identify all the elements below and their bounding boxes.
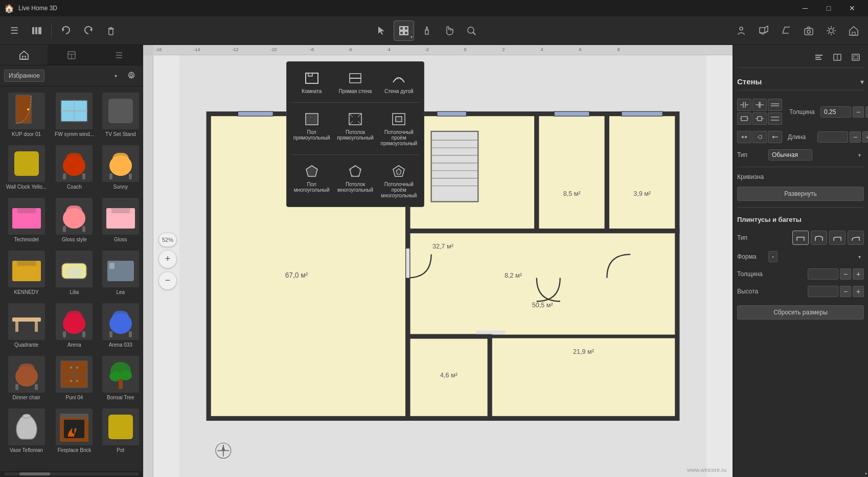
right-align-btn-1[interactable] (811, 49, 827, 65)
item-label: Puni 04 (65, 395, 83, 400)
draw-button[interactable] (776, 20, 796, 41)
sun-button[interactable] (821, 20, 841, 41)
align-btn-tc[interactable] (752, 99, 767, 111)
poly-floor-icon (304, 163, 320, 179)
item-quadrante[interactable]: Quadrante (4, 301, 49, 350)
zoom-in-button[interactable]: + (158, 250, 177, 268)
length-input[interactable] (817, 131, 848, 143)
menu-button[interactable]: ☰ (4, 20, 25, 41)
person-view-button[interactable] (731, 20, 751, 41)
item-fireplace-brick[interactable]: Fireplace Brick (53, 406, 96, 455)
baseboard-thickness-plus[interactable]: + (853, 268, 864, 280)
align-btn-br[interactable] (768, 112, 782, 125)
item-wall-clock-yello...[interactable]: Wall Clock Yello... (4, 143, 49, 192)
canvas-area[interactable]: -16-14-12-10-8-6-4-202468 (143, 45, 733, 477)
svg-line-24 (833, 27, 834, 28)
plinth-type-2[interactable] (811, 231, 827, 245)
zoom-out-button[interactable]: − (158, 271, 177, 290)
item-bonsai-tree[interactable]: Bonsai Tree (100, 354, 141, 402)
baseboard-height-minus[interactable]: − (840, 286, 851, 297)
house-3d-button[interactable] (843, 20, 864, 41)
item-arena[interactable]: Arena (53, 301, 96, 350)
thickness-input[interactable] (820, 106, 851, 118)
item-arena-033[interactable]: Arena 033 (100, 301, 141, 350)
item-tv-set-stand[interactable]: TV Set Stand (100, 90, 141, 139)
align-length-2[interactable] (752, 131, 767, 143)
item-pot[interactable]: Pot (100, 406, 141, 455)
right-panel-expand[interactable]: ▾ (860, 78, 864, 86)
item-techmodel[interactable]: Techmodel (4, 196, 49, 244)
dd-poly-ceiling[interactable]: Потолок многоугольный (334, 159, 376, 202)
left-tab-edit[interactable] (48, 45, 95, 65)
favorites-dropdown[interactable]: Избранное (4, 70, 44, 82)
close-button[interactable]: ✕ (840, 0, 864, 16)
align-btn-bc[interactable] (752, 112, 767, 125)
length-minus[interactable]: − (850, 131, 861, 143)
baseboard-height-plus[interactable]: + (853, 286, 864, 297)
type-select[interactable]: Обычная Несущая Перегородка (768, 149, 812, 161)
baseboard-height-input[interactable] (808, 286, 838, 297)
item-dinner-chair[interactable]: Dinner chair (4, 354, 49, 402)
svg-rect-48 (109, 173, 112, 179)
delete-button[interactable] (101, 20, 121, 41)
align-btn-bl[interactable] (737, 112, 751, 125)
item-coach[interactable]: Coach (53, 143, 96, 192)
item-gloss-style[interactable]: Gloss style (53, 196, 96, 244)
build-button[interactable]: ▾ (394, 20, 414, 41)
undo-button[interactable] (56, 20, 76, 41)
thickness-minus[interactable]: − (853, 106, 864, 118)
align-length-3[interactable] (768, 131, 782, 143)
baseboard-thickness-input[interactable] (808, 268, 838, 280)
item-lea[interactable]: Lea (100, 248, 141, 297)
dd-straight-wall[interactable]: Прямая стена (334, 66, 376, 98)
expand-button[interactable]: Развернуть (737, 187, 864, 201)
left-tab-list[interactable] (95, 45, 143, 65)
right-align-btn-3[interactable] (848, 49, 864, 65)
item-puni-04[interactable]: Puni 04 (53, 354, 96, 402)
camera-button[interactable] (798, 20, 819, 41)
cursor-button[interactable] (371, 20, 392, 41)
item-kup-door-01[interactable]: KUP door 01 (4, 90, 49, 139)
right-align-btn-2[interactable] (829, 49, 846, 65)
3d-view-button[interactable] (753, 20, 774, 41)
favorites-settings-button[interactable] (124, 69, 139, 83)
left-tab-home[interactable] (0, 45, 48, 65)
dd-arc-wall[interactable]: Стена дугой (378, 66, 420, 98)
dd-rect-opening[interactable]: Потолочный проём прямоугольный (378, 107, 420, 150)
baseboard-thickness-minus[interactable]: − (840, 268, 851, 280)
zoom-search-button[interactable] (461, 20, 482, 41)
reset-button[interactable]: Сбросить размеры (737, 305, 864, 320)
align-length-1[interactable] (737, 131, 751, 143)
item-label: Arena 033 (109, 342, 132, 348)
minimize-button[interactable]: ─ (793, 0, 817, 16)
zoom-level: 52% (158, 233, 177, 247)
dd-rect-floor[interactable]: ⬛ Пол прямоугольный (291, 107, 332, 150)
item-fw-symm-wind...[interactable]: FW symm wind... (53, 90, 96, 139)
item-gloss[interactable]: Gloss (100, 196, 141, 244)
ruler-label-4: -8 (310, 47, 314, 52)
redo-button[interactable] (78, 20, 99, 41)
dd-room[interactable]: Комната (291, 66, 332, 98)
item-sunny[interactable]: Sunny (100, 143, 141, 192)
tools-button[interactable]: ▾ (416, 20, 437, 41)
plinth-type-1[interactable] (792, 231, 809, 245)
floor-plan[interactable]: 67,0 м² 32,7 м² 8,2 м² 8,5 м² 3,9 м² 21,… (153, 55, 733, 477)
horizontal-scrollbar[interactable] (0, 471, 143, 477)
dd-poly-floor[interactable]: Пол многоугольный (291, 159, 332, 202)
arc-wall-icon (391, 70, 407, 86)
dd-poly-opening[interactable]: Потолочный проём многоугольный (378, 159, 420, 202)
maximize-button[interactable]: □ (817, 0, 840, 16)
item-kennedy[interactable]: KENNEDY (4, 248, 49, 297)
plinth-type-4[interactable] (848, 231, 864, 245)
length-plus[interactable]: + (862, 131, 868, 143)
align-btn-tr[interactable] (768, 99, 782, 111)
library-button[interactable] (27, 20, 47, 41)
item-lilia[interactable]: Lilia (53, 248, 96, 297)
baseboard-form-select[interactable]: - (768, 251, 778, 262)
plinth-type-3[interactable] (829, 231, 846, 245)
dd-rect-ceiling[interactable]: Потолок прямоугольный (334, 107, 376, 150)
item-vase-teftonian[interactable]: Vase Teftonian (4, 406, 49, 455)
align-btn-tl[interactable] (737, 99, 751, 111)
hand-button[interactable] (439, 20, 459, 41)
thickness-plus[interactable]: + (865, 106, 868, 118)
